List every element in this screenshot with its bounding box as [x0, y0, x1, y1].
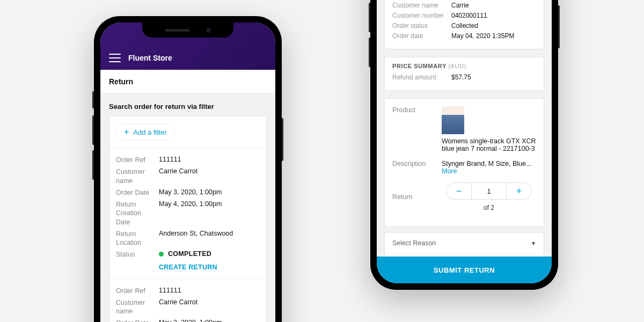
- add-filter-label: Add a filter: [133, 128, 166, 136]
- screen-left: Fluent Store Return Search order for ret…: [100, 23, 275, 322]
- more-link[interactable]: More: [442, 167, 457, 175]
- order-item[interactable]: Order Ref111111 Customer nameCarrie Carr…: [109, 279, 266, 323]
- header-title: Fluent Store: [128, 54, 172, 62]
- phone-right: Customer nameCarrie Customer number04020…: [370, 0, 558, 290]
- plus-icon: +: [124, 128, 129, 136]
- product-name: Womens single-track GTX XCR blue jean 7 …: [442, 137, 536, 152]
- price-summary-title: PRICE SUMMARY (AUD): [392, 63, 536, 69]
- menu-icon[interactable]: [109, 54, 121, 62]
- select-reason[interactable]: Select Reason▼: [385, 232, 544, 253]
- chevron-down-icon: ▼: [531, 240, 536, 246]
- status-text: COMPLETED: [168, 250, 211, 258]
- page-title: Return: [100, 70, 275, 94]
- decrement-button[interactable]: −: [447, 183, 471, 199]
- increment-button[interactable]: +: [507, 183, 531, 199]
- screen-right: Customer nameCarrie Customer number04020…: [377, 0, 552, 283]
- price-summary-card: PRICE SUMMARY (AUD) Refund amount$57.75: [384, 57, 544, 91]
- quantity-stepper: − 1 +: [446, 182, 532, 200]
- create-return-button[interactable]: CREATE RETURN: [159, 264, 260, 271]
- phone-left: Fluent Store Return Search order for ret…: [94, 16, 282, 322]
- filter-row: + Add a filter: [109, 116, 266, 148]
- search-subtitle: Search order for return via filter: [100, 94, 275, 116]
- status-dot-icon: [159, 252, 164, 257]
- product-card: Product Womens single-track GTX XCR blue…: [384, 98, 544, 227]
- add-filter-button[interactable]: + Add a filter: [116, 124, 175, 140]
- customer-info-card: Customer nameCarrie Customer number04020…: [384, 0, 544, 49]
- order-item[interactable]: Order Ref111111 Customer nameCarrie Carr…: [109, 148, 266, 279]
- submit-return-button[interactable]: SUBMIT RETURN: [377, 257, 552, 283]
- product-thumbnail: [442, 106, 464, 134]
- results-card: + Add a filter Order Ref111111 Customer …: [109, 116, 267, 322]
- quantity-of: of 2: [442, 204, 536, 211]
- quantity-value: 1: [471, 183, 507, 199]
